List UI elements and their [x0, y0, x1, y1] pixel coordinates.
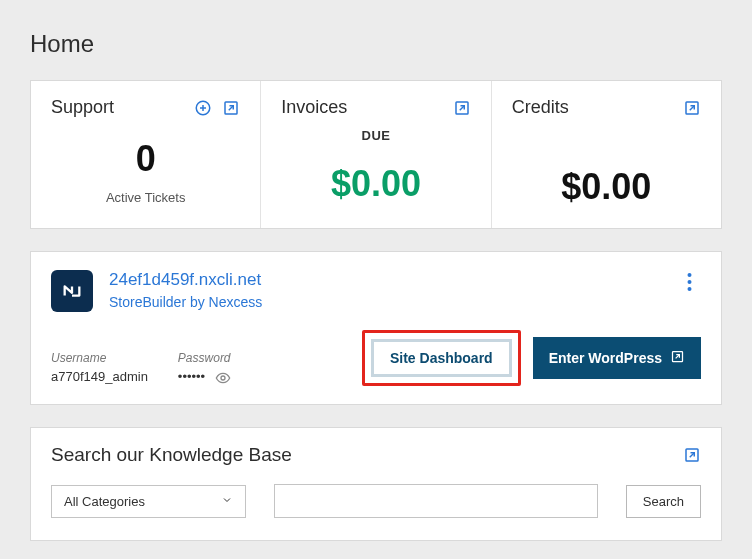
support-title: Support [51, 97, 114, 118]
page-title: Home [30, 30, 722, 58]
kb-search-button[interactable]: Search [626, 485, 701, 518]
kb-category-value: All Categories [64, 494, 145, 509]
username-label: Username [51, 351, 148, 365]
kb-category-select[interactable]: All Categories [51, 485, 246, 518]
support-foot: Active Tickets [51, 190, 240, 205]
password-block: Password •••••• [178, 351, 231, 386]
site-url[interactable]: 24ef1d459f.nxcli.net [109, 270, 661, 290]
username-block: Username a770f149_admin [51, 351, 148, 386]
site-card: 24ef1d459f.nxcli.net StoreBuilder by Nex… [30, 251, 722, 405]
invoices-title: Invoices [281, 97, 347, 118]
svg-point-10 [687, 280, 691, 284]
external-link-icon[interactable] [453, 99, 471, 117]
reveal-password-icon[interactable] [215, 370, 231, 386]
username-value: a770f149_admin [51, 369, 148, 384]
svg-point-12 [221, 376, 225, 380]
external-link-icon[interactable] [222, 99, 240, 117]
support-value: 0 [51, 138, 240, 180]
svg-point-11 [687, 287, 691, 291]
kb-search-input[interactable] [274, 484, 598, 518]
enter-wordpress-button[interactable]: Enter WordPress [533, 337, 701, 379]
site-logo [51, 270, 93, 312]
credits-stat: Credits $0.00 [491, 81, 721, 228]
credits-title: Credits [512, 97, 569, 118]
svg-point-9 [687, 273, 691, 277]
external-link-icon[interactable] [683, 99, 701, 117]
invoices-sub: DUE [281, 128, 470, 143]
highlight-box: Site Dashboard [362, 330, 521, 386]
support-stat: Support 0 Active Tickets [31, 81, 260, 228]
password-value: •••••• [178, 369, 205, 384]
add-support-icon[interactable] [194, 99, 212, 117]
more-menu-icon[interactable] [677, 270, 701, 294]
site-plan: StoreBuilder by Nexcess [109, 294, 661, 310]
site-dashboard-button[interactable]: Site Dashboard [371, 339, 512, 377]
enter-wordpress-label: Enter WordPress [549, 350, 662, 366]
chevron-down-icon [221, 494, 233, 509]
credits-value: $0.00 [512, 166, 701, 208]
external-link-icon [670, 349, 685, 367]
stats-card: Support 0 Active Tickets Invoices DUE $0… [30, 80, 722, 229]
kb-card: Search our Knowledge Base All Categories… [30, 427, 722, 541]
password-label: Password [178, 351, 231, 365]
invoices-stat: Invoices DUE $0.00 [260, 81, 490, 228]
invoices-value: $0.00 [281, 163, 470, 205]
external-link-icon[interactable] [683, 446, 701, 464]
kb-title: Search our Knowledge Base [51, 444, 292, 466]
